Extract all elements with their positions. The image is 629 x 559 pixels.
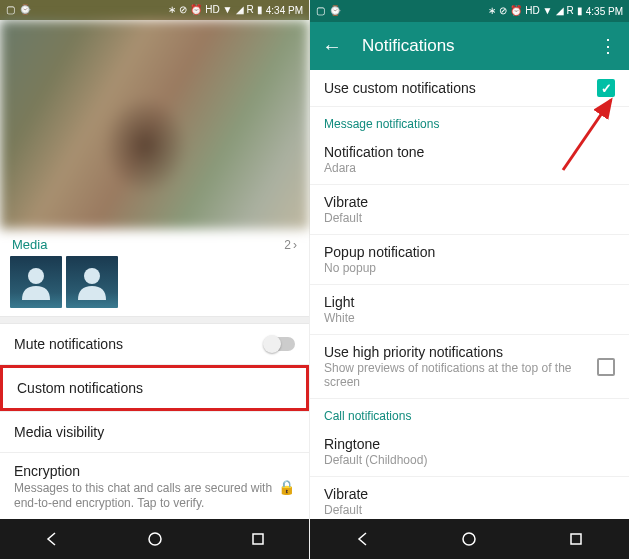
battery-icon: ▮ [577,6,583,16]
media-thumb[interactable] [66,256,118,308]
light-row[interactable]: Light White [310,285,629,335]
ringtone-label: Ringtone [324,436,615,452]
chevron-right-icon: › [293,238,297,252]
right-screen: ▢ ⌚ ∗ ⊘ ⏰ HD ▼ ◢ R ▮ 4:35 PM ← Notificat… [310,0,629,559]
popup-sub: No popup [324,261,615,275]
bluetooth-icon: ∗ [168,5,176,15]
use-custom-row[interactable]: Use custom notifications [310,70,629,107]
popup-label: Popup notification [324,244,615,260]
hd-indicator: HD [205,5,219,15]
avatar-icon [72,262,112,302]
clock: 4:34 PM [266,5,303,16]
avatar-icon [16,262,56,302]
mute-toggle[interactable] [265,337,295,351]
gallery-icon: ▢ [6,5,15,15]
media-section-header[interactable]: Media 2 › [0,229,309,256]
custom-notifications-row[interactable]: Custom notifications [3,368,306,408]
gallery-icon: ▢ [316,6,325,16]
cvibrate-sub: Default [324,503,615,517]
light-label: Light [324,294,615,310]
alarm-icon: ⏰ [510,6,522,16]
notification-tone-row[interactable]: Notification tone Adara [310,135,629,185]
priority-checkbox[interactable] [597,358,615,376]
status-bar: ▢ ⌚ ∗ ⊘ ⏰ HD ▼ ◢ R ▮ 4:34 PM [0,0,309,20]
lock-icon: 🔒 [278,479,295,495]
hd-indicator: HD [525,6,539,16]
back-button[interactable] [353,529,373,549]
roaming-indicator: R [247,5,254,15]
mute-label: Mute notifications [14,336,265,352]
cvibrate-label: Vibrate [324,486,615,502]
signal-icon: ◢ [236,5,244,15]
use-custom-label: Use custom notifications [324,80,597,96]
media-label: Media [12,237,47,252]
svg-rect-3 [253,534,263,544]
svg-point-2 [149,533,161,545]
highlight-annotation: Custom notifications [0,365,309,411]
recents-button[interactable] [248,529,268,549]
back-button[interactable] [42,529,62,549]
divider [0,316,309,324]
roaming-indicator: R [567,6,574,16]
svg-point-5 [463,533,475,545]
nav-bar [310,519,629,559]
wifi-icon: ▼ [223,5,233,15]
encryption-sub: Messages to this chat and calls are secu… [14,481,278,512]
priority-label: Use high priority notifications [324,344,597,360]
home-button[interactable] [459,529,479,549]
alarm-icon: ⏰ [190,5,202,15]
ringtone-row[interactable]: Ringtone Default (Childhood) [310,427,629,477]
light-sub: White [324,311,615,325]
media-count: 2 › [284,238,297,252]
page-title: Notifications [362,36,455,56]
app-bar: ← Notifications ⋮ [310,22,629,70]
media-thumbnails [0,256,309,316]
mute-notifications-row[interactable]: Mute notifications [0,324,309,365]
status-bar: ▢ ⌚ ∗ ⊘ ⏰ HD ▼ ◢ R ▮ 4:35 PM [310,0,629,22]
clock: 4:35 PM [586,6,623,17]
wifi-icon: ▼ [543,6,553,16]
media-thumb[interactable] [10,256,62,308]
watch-icon: ⌚ [329,6,341,16]
use-custom-checkbox[interactable] [597,79,615,97]
back-arrow-icon[interactable]: ← [322,35,342,58]
recents-button[interactable] [566,529,586,549]
dnd-icon: ⊘ [179,5,187,15]
settings-list: Use custom notifications Message notific… [310,70,629,559]
svg-point-1 [84,268,100,284]
vibrate-sub: Default [324,211,615,225]
priority-row[interactable]: Use high priority notifications Show pre… [310,335,629,399]
tone-label: Notification tone [324,144,615,160]
nav-bar [0,519,309,559]
tone-sub: Adara [324,161,615,175]
left-screen: ▢ ⌚ ∗ ⊘ ⏰ HD ▼ ◢ R ▮ 4:34 PM Media 2 › [0,0,310,559]
battery-icon: ▮ [257,5,263,15]
section-call: Call notifications [310,399,629,427]
vibrate-label: Vibrate [324,194,615,210]
custom-label: Custom notifications [17,380,292,396]
watch-icon: ⌚ [19,5,31,15]
ringtone-sub: Default (Childhood) [324,453,615,467]
media-visibility-row[interactable]: Media visibility [0,411,309,453]
vibrate-row[interactable]: Vibrate Default [310,185,629,235]
contact-photo[interactable] [0,20,309,229]
popup-row[interactable]: Popup notification No popup [310,235,629,285]
svg-point-0 [28,268,44,284]
overflow-menu-icon[interactable]: ⋮ [599,35,617,57]
mediavis-label: Media visibility [14,424,295,440]
section-message: Message notifications [310,107,629,135]
signal-icon: ◢ [556,6,564,16]
home-button[interactable] [145,529,165,549]
encryption-label: Encryption [14,463,278,479]
priority-sub: Show previews of notifications at the to… [324,361,597,389]
svg-rect-6 [571,534,581,544]
bluetooth-icon: ∗ [488,6,496,16]
dnd-icon: ⊘ [499,6,507,16]
